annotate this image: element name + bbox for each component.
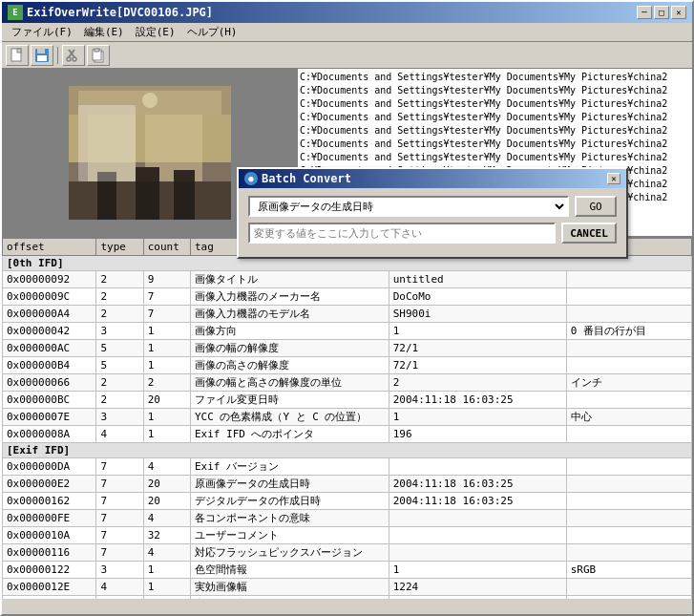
cell-count: 20: [143, 493, 190, 510]
dialog-go-button[interactable]: GO: [575, 196, 617, 217]
cell-note: [566, 426, 691, 443]
cell-content: 1: [389, 323, 566, 340]
save-button[interactable]: [31, 45, 53, 66]
menu-edit[interactable]: 編集(E): [78, 23, 130, 41]
cell-count: 4: [143, 458, 190, 476]
cell-content: 2: [389, 374, 566, 392]
table-row[interactable]: 0x0000012E41実効画像幅1224: [3, 579, 692, 596]
table-row[interactable]: 0x000000A427画像入力機器のモデル名SH900i: [3, 306, 692, 323]
cell-note: [566, 340, 691, 357]
dialog-title-bar: ● Batch Convert ✕: [239, 169, 626, 188]
dialog-value-input[interactable]: [248, 223, 556, 244]
cell-offset: 0x000000AC: [3, 340, 96, 357]
table-row[interactable]: 0x00000162720デジタルデータの作成日時2004:11:18 16:0…: [3, 493, 692, 510]
cell-count: 4: [143, 510, 190, 527]
table-row[interactable]: 0x0000013A41実効画像高さ1632: [3, 596, 692, 600]
cell-offset: 0x00000122: [3, 562, 96, 579]
cell-note: sRGB: [566, 562, 691, 579]
title-buttons: ─ □ ✕: [637, 6, 686, 19]
file-path-item[interactable]: C:¥Documents and Settings¥tester¥My Docu…: [300, 151, 690, 164]
table-row[interactable]: 0x0000009229画像タイトルuntitled: [3, 271, 692, 288]
table-section-header: [Exif IFD]: [3, 443, 692, 458]
file-path-item[interactable]: C:¥Documents and Settings¥tester¥My Docu…: [300, 138, 690, 151]
cell-note: [566, 476, 691, 493]
cell-note: [566, 544, 691, 562]
table-row[interactable]: 0x0000004231画像方向10 番目の行が目: [3, 323, 692, 340]
table-row[interactable]: 0x0000007E31YCC の色素構成（Y と C の位置）1中心: [3, 409, 692, 426]
svg-point-8: [73, 57, 76, 61]
file-path-item[interactable]: C:¥Documents and Settings¥tester¥My Docu…: [300, 124, 690, 138]
cell-offset: 0x00000066: [3, 374, 96, 392]
menu-settings[interactable]: 設定(E): [130, 23, 181, 41]
table-row[interactable]: 0x0000010A732ユーザーコメント: [3, 527, 692, 544]
minimize-button[interactable]: ─: [637, 6, 652, 19]
dialog-field-select[interactable]: 原画像データの生成日時: [248, 196, 569, 217]
table-row[interactable]: 0x0000006622画像の幅と高さの解像度の単位2インチ: [3, 374, 692, 392]
content-area: C:¥Documents and Settings¥tester¥My Docu…: [2, 69, 692, 614]
window-title: ExifOverWrite[DVC00106.JPG]: [27, 6, 213, 19]
cell-count: 7: [143, 288, 190, 306]
cell-count: 1: [143, 562, 190, 579]
batch-convert-dialog: ● Batch Convert ✕ 原画像データの生成日時 GO CANCEL: [237, 167, 628, 259]
table-row[interactable]: 0x0000012231色空間情報1sRGB: [3, 562, 692, 579]
cell-content: [389, 527, 566, 544]
cell-type: 7: [96, 493, 143, 510]
cell-content: 1: [389, 409, 566, 426]
cell-offset: 0x00000092: [3, 271, 96, 288]
cell-tag: ユーザーコメント: [190, 527, 389, 544]
cell-type: 2: [96, 306, 143, 323]
menu-file[interactable]: ファイル(F): [6, 23, 78, 41]
table-row[interactable]: 0x000000E2720原画像データの生成日時2004:11:18 16:03…: [3, 476, 692, 493]
cell-offset: 0x000000FE: [3, 510, 96, 527]
cell-note: [566, 288, 691, 306]
cell-tag: 実効画像高さ: [190, 596, 389, 600]
dialog-close-button[interactable]: ✕: [607, 173, 620, 184]
cell-tag: 各コンポーネントの意味: [190, 510, 389, 527]
table-row[interactable]: 0x000000B451画像の高さの解像度72/1: [3, 357, 692, 374]
cell-note: [566, 527, 691, 544]
cell-offset: 0x000000A4: [3, 306, 96, 323]
svg-rect-3: [37, 49, 45, 53]
cell-note: [566, 357, 691, 374]
maximize-button[interactable]: □: [654, 6, 669, 19]
dialog-cancel-button[interactable]: CANCEL: [561, 223, 617, 244]
cell-content: 2004:11:18 16:03:25: [389, 476, 566, 493]
file-path-item[interactable]: C:¥Documents and Settings¥tester¥My Docu…: [300, 97, 690, 111]
table-row[interactable]: 0x000000FE74各コンポーネントの意味: [3, 510, 692, 527]
file-path-item[interactable]: C:¥Documents and Settings¥tester¥My Docu…: [300, 71, 690, 84]
svg-rect-16: [69, 181, 231, 220]
cell-count: 1: [143, 596, 190, 600]
table-row[interactable]: 0x000000BC220ファイル変更日時2004:11:18 16:03:25: [3, 392, 692, 409]
table-row[interactable]: 0x0000008A41Exif IFD へのポインタ196: [3, 426, 692, 443]
cell-content: 72/1: [389, 340, 566, 357]
col-header-offset: offset: [3, 239, 96, 256]
cell-type: 7: [96, 510, 143, 527]
close-button[interactable]: ✕: [671, 6, 686, 19]
svg-rect-18: [136, 167, 159, 220]
col-header-count: count: [143, 239, 190, 256]
cell-offset: 0x000000B4: [3, 357, 96, 374]
file-path-item[interactable]: C:¥Documents and Settings¥tester¥My Docu…: [300, 111, 690, 124]
cell-type: 3: [96, 409, 143, 426]
cell-type: 3: [96, 562, 143, 579]
cell-type: 2: [96, 288, 143, 306]
cell-offset: 0x0000010A: [3, 527, 96, 544]
file-path-item[interactable]: C:¥Documents and Settings¥tester¥My Docu…: [300, 84, 690, 97]
cell-note: [566, 271, 691, 288]
cell-count: 1: [143, 340, 190, 357]
cell-tag: 画像入力機器のモデル名: [190, 306, 389, 323]
paste-button[interactable]: [87, 45, 110, 66]
cell-tag: 画像の幅と高さの解像度の単位: [190, 374, 389, 392]
table-row[interactable]: 0x000000DA74Exif バージョン: [3, 458, 692, 476]
menu-help[interactable]: ヘルプ(H): [181, 23, 243, 41]
cell-content: [389, 510, 566, 527]
title-bar-left: E ExifOverWrite[DVC00106.JPG]: [8, 5, 213, 20]
cell-count: 2: [143, 374, 190, 392]
cell-content: 72/1: [389, 357, 566, 374]
table-row[interactable]: 0x0000009C27画像入力機器のメーカー名DoCoMo: [3, 288, 692, 306]
table-row[interactable]: 0x000000AC51画像の幅の解像度72/1: [3, 340, 692, 357]
cut-button[interactable]: [62, 45, 85, 66]
table-row[interactable]: 0x0000011674対応フラッシュピックスバージョン: [3, 544, 692, 562]
dialog-row-select: 原画像データの生成日時 GO: [248, 196, 617, 217]
new-button[interactable]: [6, 45, 29, 66]
